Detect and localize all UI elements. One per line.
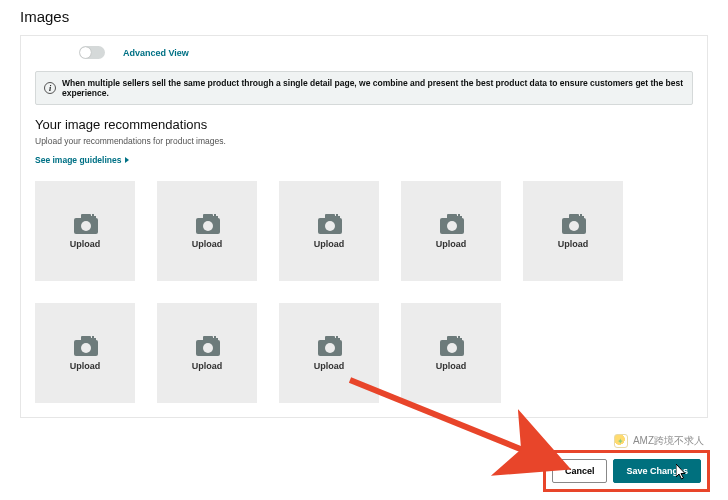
upload-tile-label: Upload	[192, 361, 223, 371]
svg-point-27	[81, 343, 91, 353]
caret-right-icon	[125, 157, 129, 163]
upload-tile[interactable]: Upload	[35, 181, 135, 281]
svg-rect-39	[334, 338, 340, 340]
upload-tile-label: Upload	[314, 361, 345, 371]
upload-tile[interactable]: Upload	[523, 181, 623, 281]
svg-rect-14	[334, 216, 340, 218]
upload-tile-label: Upload	[192, 239, 223, 249]
action-bar: Cancel Save Changes	[543, 450, 710, 492]
svg-point-12	[325, 221, 335, 231]
svg-point-7	[203, 221, 213, 231]
upload-tile[interactable]: Upload	[401, 181, 501, 281]
svg-rect-24	[578, 216, 584, 218]
svg-rect-9	[212, 216, 218, 218]
advanced-view-row: Advanced View	[21, 36, 707, 71]
svg-rect-21	[569, 214, 579, 219]
svg-point-2	[81, 221, 91, 231]
upload-tile-label: Upload	[70, 361, 101, 371]
camera-plus-icon	[317, 335, 341, 355]
upload-tile-label: Upload	[314, 239, 345, 249]
upload-tile[interactable]: Upload	[401, 303, 501, 403]
info-banner: i When multiple sellers sell the same pr…	[35, 71, 693, 105]
page-title: Images	[0, 0, 728, 35]
upload-tile[interactable]: Upload	[157, 303, 257, 403]
svg-point-42	[447, 343, 457, 353]
svg-rect-4	[90, 216, 96, 218]
upload-tile-label: Upload	[436, 361, 467, 371]
recommendations-section: Your image recommendations Upload your r…	[21, 117, 707, 167]
camera-plus-icon	[561, 213, 585, 233]
see-image-guidelines-link[interactable]: See image guidelines	[35, 155, 129, 165]
advanced-view-toggle[interactable]	[79, 46, 105, 59]
recommendations-subtext: Upload your recommendations for product …	[35, 136, 693, 146]
svg-rect-36	[325, 336, 335, 341]
svg-point-22	[569, 221, 579, 231]
svg-rect-16	[447, 214, 457, 219]
svg-rect-6	[203, 214, 213, 219]
camera-plus-icon	[73, 335, 97, 355]
svg-rect-19	[456, 216, 462, 218]
upload-tile[interactable]: Upload	[279, 303, 379, 403]
upload-tile[interactable]: Upload	[157, 181, 257, 281]
upload-grid: Upload Upload Upload Upload Upload	[21, 167, 707, 411]
camera-plus-icon	[195, 335, 219, 355]
upload-tile[interactable]: Upload	[279, 181, 379, 281]
svg-point-37	[325, 343, 335, 353]
info-icon: i	[44, 82, 56, 94]
advanced-view-label: Advanced View	[123, 48, 189, 58]
camera-plus-icon	[73, 213, 97, 233]
info-text: When multiple sellers sell the same prod…	[62, 78, 684, 98]
recommendations-heading: Your image recommendations	[35, 117, 693, 132]
svg-point-17	[447, 221, 457, 231]
wechat-icon: ✦	[614, 434, 628, 448]
svg-rect-1	[81, 214, 91, 219]
svg-rect-26	[81, 336, 91, 341]
svg-rect-11	[325, 214, 335, 219]
svg-rect-41	[447, 336, 457, 341]
save-changes-button[interactable]: Save Changes	[613, 459, 701, 483]
upload-tile-label: Upload	[70, 239, 101, 249]
svg-rect-34	[212, 338, 218, 340]
camera-plus-icon	[317, 213, 341, 233]
svg-point-32	[203, 343, 213, 353]
svg-rect-44	[456, 338, 462, 340]
upload-tile-label: Upload	[558, 239, 589, 249]
svg-rect-29	[90, 338, 96, 340]
guidelines-link-label: See image guidelines	[35, 155, 121, 165]
upload-tile-label: Upload	[436, 239, 467, 249]
watermark: ✦ AMZ跨境不求人	[610, 432, 708, 450]
upload-tile[interactable]: Upload	[35, 303, 135, 403]
svg-rect-31	[203, 336, 213, 341]
camera-plus-icon	[439, 213, 463, 233]
camera-plus-icon	[195, 213, 219, 233]
main-panel: Advanced View i When multiple sellers se…	[20, 35, 708, 418]
camera-plus-icon	[439, 335, 463, 355]
watermark-text: AMZ跨境不求人	[633, 434, 704, 448]
cancel-button[interactable]: Cancel	[552, 459, 608, 483]
